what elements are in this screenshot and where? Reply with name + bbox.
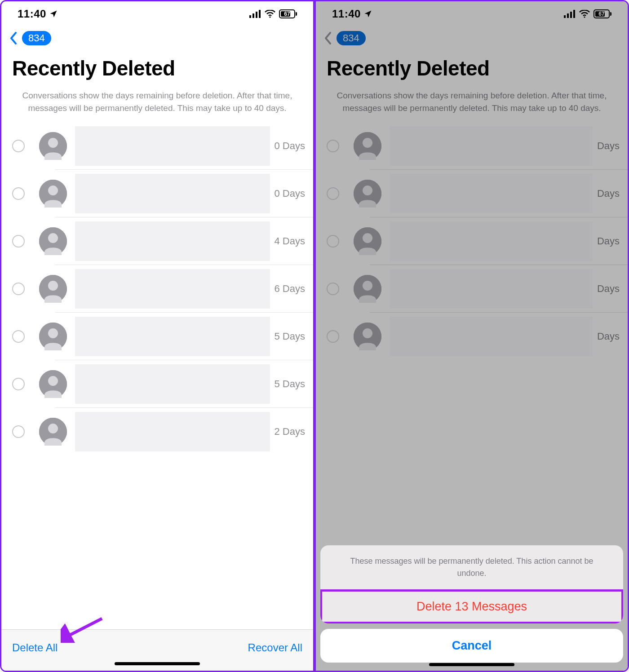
avatar [354, 180, 381, 208]
battery-icon: 67 [594, 9, 611, 18]
home-indicator[interactable] [115, 662, 200, 665]
avatar [39, 275, 67, 303]
avatar [39, 418, 67, 446]
svg-rect-0 [249, 15, 251, 18]
cancel-button[interactable]: Cancel [320, 629, 623, 663]
list-item[interactable]: Days [316, 170, 628, 217]
svg-point-16 [48, 376, 58, 386]
conversation-name-redacted [390, 126, 593, 166]
home-indicator[interactable] [429, 663, 514, 666]
days-remaining: 5 Days [275, 378, 305, 390]
select-radio[interactable] [12, 187, 25, 200]
delete-all-button[interactable]: Delete All [12, 641, 58, 654]
svg-rect-21 [567, 13, 569, 18]
select-radio[interactable] [12, 330, 25, 343]
annotation-arrow-icon [61, 616, 106, 643]
select-radio[interactable] [327, 140, 339, 152]
svg-rect-1 [252, 13, 254, 18]
status-time: 11:40 [332, 8, 361, 20]
delete-messages-button[interactable]: Delete 13 Messages [320, 590, 623, 623]
location-icon [49, 9, 58, 18]
action-sheet: These messages will be permanently delet… [320, 545, 623, 663]
cellular-icon [249, 10, 261, 18]
back-icon[interactable] [9, 32, 18, 44]
conversation-name-redacted [75, 126, 270, 166]
select-radio[interactable] [327, 283, 339, 295]
svg-point-8 [48, 186, 58, 195]
svg-point-4 [269, 16, 270, 18]
list-item[interactable]: 5 Days [1, 313, 313, 360]
list-item[interactable]: 5 Days [1, 360, 313, 408]
select-radio[interactable] [12, 378, 25, 390]
list-item[interactable]: Days [316, 122, 628, 170]
svg-point-18 [48, 424, 58, 433]
select-radio[interactable] [327, 235, 339, 248]
conversation-name-redacted [390, 317, 593, 356]
list-item[interactable]: 0 Days [1, 122, 313, 170]
back-icon [324, 32, 332, 44]
svg-point-30 [363, 233, 372, 243]
page-title: Recently Deleted [316, 50, 628, 85]
conversation-name-redacted [75, 221, 270, 261]
avatar [354, 323, 381, 350]
svg-rect-20 [564, 15, 566, 18]
wifi-icon [579, 10, 590, 18]
svg-rect-23 [573, 10, 575, 18]
days-remaining: 6 Days [275, 283, 305, 295]
cellular-icon [564, 10, 576, 18]
select-radio[interactable] [12, 283, 25, 295]
days-remaining: Days [597, 140, 620, 152]
list-item[interactable]: Days [316, 265, 628, 313]
select-radio[interactable] [327, 330, 339, 343]
days-remaining: Days [597, 188, 620, 199]
svg-point-28 [363, 186, 372, 195]
avatar [39, 323, 67, 350]
list-item[interactable]: Days [316, 217, 628, 265]
status-time: 11:40 [18, 8, 46, 20]
svg-point-14 [48, 328, 58, 338]
days-remaining: 0 Days [275, 188, 305, 199]
svg-rect-2 [256, 12, 257, 18]
list-item[interactable]: 4 Days [1, 217, 313, 265]
svg-point-6 [48, 138, 58, 148]
conversation-name-redacted [75, 269, 270, 309]
svg-point-10 [48, 233, 58, 243]
conversation-name-redacted [75, 317, 270, 356]
svg-point-12 [48, 281, 58, 291]
svg-point-26 [363, 138, 372, 148]
avatar [39, 227, 67, 255]
page-subtitle: Conversations show the days remaining be… [316, 85, 628, 122]
list-item[interactable]: 6 Days [1, 265, 313, 313]
phone-right: 11:40 67 834 Recently Deleted Conversati… [316, 1, 628, 671]
conversation-name-redacted [390, 221, 593, 261]
nav-header: 834 [1, 27, 313, 50]
select-radio[interactable] [12, 425, 25, 438]
unread-badge[interactable]: 834 [22, 31, 51, 45]
select-radio[interactable] [12, 235, 25, 248]
days-remaining: 5 Days [275, 331, 305, 342]
conversation-list[interactable]: 0 Days0 Days4 Days6 Days5 Days5 Days2 Da… [1, 122, 313, 629]
list-item[interactable]: Days [316, 313, 628, 360]
days-remaining: Days [597, 283, 620, 295]
conversation-name-redacted [390, 269, 593, 309]
select-radio[interactable] [327, 187, 339, 200]
svg-rect-3 [259, 10, 261, 18]
nav-header: 834 [316, 27, 628, 50]
location-icon [363, 9, 372, 18]
svg-point-24 [584, 16, 585, 18]
battery-icon: 67 [279, 9, 297, 18]
status-bar: 11:40 67 [1, 1, 313, 27]
days-remaining: Days [597, 235, 620, 247]
conversation-name-redacted [390, 174, 593, 213]
recover-all-button[interactable]: Recover All [248, 641, 302, 654]
select-radio[interactable] [12, 140, 25, 152]
days-remaining: 4 Days [275, 235, 305, 247]
status-bar: 11:40 67 [316, 1, 628, 27]
page-subtitle: Conversations show the days remaining be… [1, 85, 313, 122]
page-title: Recently Deleted [1, 50, 313, 85]
list-item[interactable]: 0 Days [1, 170, 313, 217]
avatar [39, 180, 67, 208]
list-item[interactable]: 2 Days [1, 408, 313, 455]
svg-point-34 [363, 328, 372, 338]
conversation-name-redacted [75, 412, 270, 451]
